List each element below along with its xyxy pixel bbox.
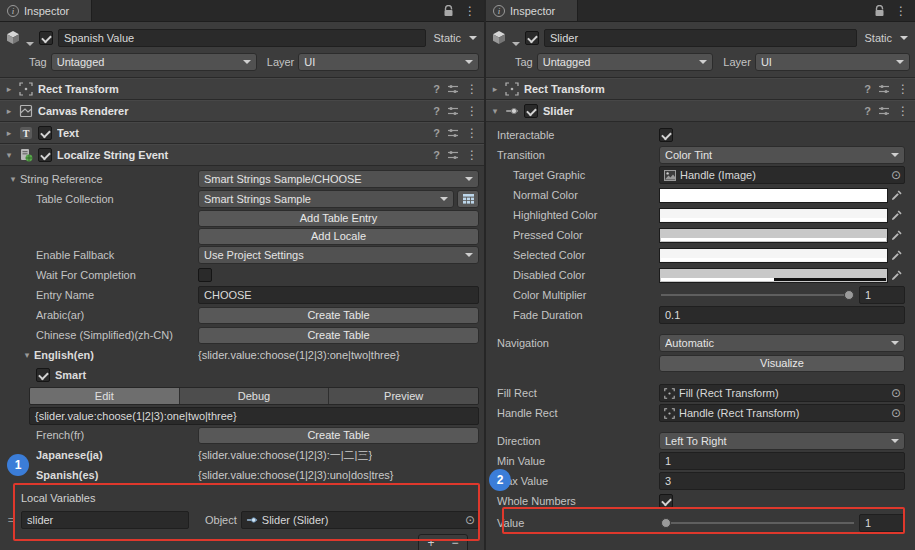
right-inspector-tab[interactable]: i Inspector — [486, 0, 578, 21]
left-tag-dropdown[interactable]: Untagged — [51, 53, 257, 71]
target-graphic-field[interactable]: Handle (Image) ⊙ — [659, 166, 905, 184]
navigation-dropdown[interactable]: Automatic — [659, 334, 905, 352]
gameobject-cube-icon[interactable] — [491, 30, 520, 46]
eyedropper-icon[interactable] — [891, 190, 905, 201]
foldout-collapsed-icon[interactable]: ▸ — [4, 128, 14, 138]
foldout-open-icon[interactable]: ▾ — [22, 350, 32, 360]
eyedropper-icon[interactable] — [891, 210, 905, 221]
right-layer-dropdown[interactable]: UI — [755, 53, 910, 71]
object-picker-icon[interactable]: ⊙ — [465, 514, 475, 526]
canvas-renderer-component-header[interactable]: ▸ Canvas Renderer ?⋮ — [0, 100, 484, 122]
tab-preview[interactable]: Preview — [329, 388, 478, 404]
slider-knob[interactable] — [661, 518, 671, 528]
left-inspector-tab[interactable]: i Inspector — [0, 0, 92, 21]
transition-dropdown[interactable]: Color Tint — [659, 146, 905, 164]
right-gameobject-name-field[interactable]: Slider — [544, 29, 857, 47]
preset-icon[interactable] — [878, 83, 890, 95]
value-field[interactable]: 1 — [859, 514, 905, 532]
color-multiplier-slider[interactable] — [659, 288, 856, 302]
create-table-button-arabic[interactable]: Create Table — [198, 307, 479, 324]
foldout-collapsed-icon[interactable]: ▸ — [490, 84, 500, 94]
open-table-editor-button[interactable] — [457, 190, 479, 208]
value-slider[interactable] — [659, 516, 856, 530]
highlighted-color-swatch[interactable] — [659, 208, 888, 223]
object-picker-icon[interactable]: ⊙ — [891, 407, 901, 419]
disabled-color-swatch[interactable] — [659, 268, 888, 283]
rect-transform-component-header[interactable]: ▸ Rect Transform ?⋮ — [486, 78, 915, 100]
help-icon[interactable]: ? — [433, 149, 440, 161]
tab-edit[interactable]: Edit — [30, 388, 180, 404]
right-tag-dropdown[interactable]: Untagged — [537, 53, 714, 71]
eyedropper-icon[interactable] — [891, 230, 905, 241]
localize-enabled-checkbox[interactable] — [38, 148, 52, 162]
component-menu-icon[interactable]: ⋮ — [897, 82, 909, 96]
foldout-collapsed-icon[interactable]: ▸ — [4, 106, 14, 116]
selected-color-swatch[interactable] — [659, 248, 888, 263]
component-menu-icon[interactable]: ⋮ — [466, 104, 478, 118]
rect-transform-component-header[interactable]: ▸ Rect Transform ?⋮ — [0, 78, 484, 100]
eyedropper-icon[interactable] — [891, 250, 905, 261]
component-menu-icon[interactable]: ⋮ — [466, 126, 478, 140]
max-value-field[interactable]: 3 — [659, 472, 905, 490]
normal-color-swatch[interactable] — [659, 188, 888, 203]
help-icon[interactable]: ? — [433, 105, 440, 117]
lock-icon[interactable] — [874, 5, 885, 17]
slider-enabled-checkbox[interactable] — [524, 104, 538, 118]
preset-icon[interactable] — [878, 105, 890, 117]
foldout-open-icon[interactable]: ▾ — [8, 174, 18, 184]
left-layer-dropdown[interactable]: UI — [298, 53, 479, 71]
add-locale-button[interactable]: Add Locale — [198, 228, 479, 245]
add-variable-button[interactable]: + — [427, 536, 434, 550]
tab-debug[interactable]: Debug — [180, 388, 330, 404]
preset-icon[interactable] — [447, 149, 459, 161]
left-gameobject-name-field[interactable]: Spanish Value — [58, 29, 426, 47]
gameobject-cube-icon[interactable] — [5, 30, 34, 46]
enable-fallback-dropdown[interactable]: Use Project Settings — [198, 246, 479, 264]
preset-icon[interactable] — [447, 105, 459, 117]
string-reference-dropdown[interactable]: Smart Strings Sample/CHOOSE — [198, 170, 479, 188]
eyedropper-icon[interactable] — [891, 270, 905, 281]
fade-duration-field[interactable]: 0.1 — [659, 306, 905, 324]
foldout-open-icon[interactable]: ▾ — [490, 106, 500, 116]
object-picker-icon[interactable]: ⊙ — [891, 387, 901, 399]
remove-variable-button[interactable]: − — [451, 536, 458, 550]
localize-string-event-component-header[interactable]: ▾ Localize String Event ?⋮ — [0, 144, 484, 166]
whole-numbers-checkbox[interactable] — [659, 494, 673, 508]
direction-dropdown[interactable]: Left To Right — [659, 432, 905, 450]
add-table-entry-button[interactable]: Add Table Entry — [198, 210, 479, 227]
visualize-button[interactable]: Visualize — [659, 355, 905, 372]
foldout-open-icon[interactable]: ▾ — [4, 150, 14, 160]
table-collection-dropdown[interactable]: Smart Strings Sample — [198, 190, 454, 208]
color-multiplier-field[interactable]: 1 — [859, 286, 905, 304]
left-window-menu-icon[interactable]: ⋮ — [464, 4, 476, 18]
component-menu-icon[interactable]: ⋮ — [466, 82, 478, 96]
drag-handle-icon[interactable]: = — [5, 514, 17, 526]
smart-string-edit-field[interactable]: {slider.value:choose(1|2|3):one|two|thre… — [29, 407, 479, 425]
object-picker-icon[interactable]: ⊙ — [891, 169, 901, 181]
help-icon[interactable]: ? — [433, 127, 440, 139]
smart-checkbox[interactable] — [36, 368, 50, 382]
wait-for-completion-checkbox[interactable] — [198, 268, 212, 282]
slider-knob[interactable] — [844, 290, 854, 300]
right-active-checkbox[interactable] — [525, 31, 539, 45]
preset-icon[interactable] — [447, 127, 459, 139]
help-icon[interactable]: ? — [864, 105, 871, 117]
slider-component-header[interactable]: ▾ Slider ?⋮ — [486, 100, 915, 122]
text-enabled-checkbox[interactable] — [38, 126, 52, 140]
create-table-button-chinese[interactable]: Create Table — [198, 327, 479, 344]
left-static-dropdown[interactable]: Static — [431, 32, 479, 44]
lock-icon[interactable] — [443, 5, 454, 17]
left-active-checkbox[interactable] — [39, 31, 53, 45]
min-value-field[interactable]: 1 — [659, 452, 905, 470]
create-table-button-french[interactable]: Create Table — [198, 427, 479, 444]
variable-object-field[interactable]: Slider (Slider) ⊙ — [241, 511, 479, 529]
interactable-checkbox[interactable] — [659, 128, 673, 142]
pressed-color-swatch[interactable] — [659, 228, 888, 243]
preset-icon[interactable] — [447, 83, 459, 95]
handle-rect-field[interactable]: Handle (Rect Transform) ⊙ — [659, 404, 905, 422]
foldout-collapsed-icon[interactable]: ▸ — [4, 84, 14, 94]
right-window-menu-icon[interactable]: ⋮ — [895, 4, 907, 18]
variable-name-field[interactable]: slider — [21, 511, 189, 529]
help-icon[interactable]: ? — [433, 83, 440, 95]
text-component-header[interactable]: ▸ T Text ?⋮ — [0, 122, 484, 144]
